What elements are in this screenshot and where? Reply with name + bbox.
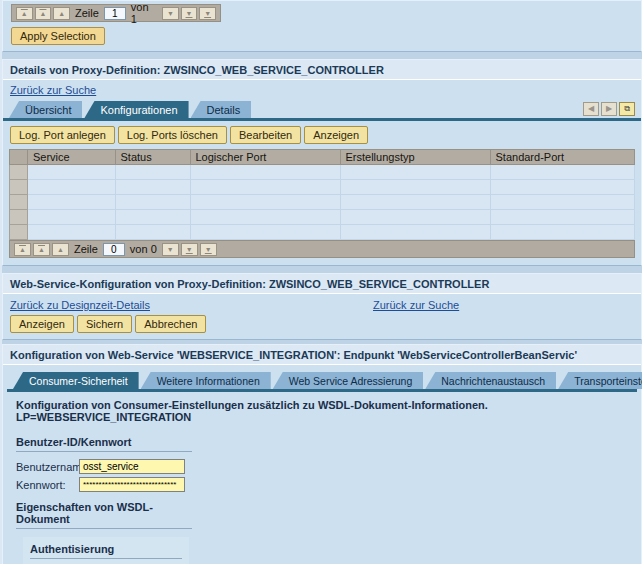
tab-nachrichtenaustausch[interactable]: Nachrichtenaustausch: [425, 372, 556, 389]
user-group-title: Benutzer-ID/Kennwort: [16, 436, 192, 452]
row-selector[interactable]: [10, 165, 28, 180]
tab-uebersicht[interactable]: Übersicht: [9, 101, 82, 118]
back-to-search-link[interactable]: Zurück zur Suche: [10, 84, 96, 96]
row-down-button[interactable]: ▼: [162, 7, 179, 20]
page-up-button[interactable]: ▲: [33, 243, 50, 256]
apply-selection-button[interactable]: Apply Selection: [11, 27, 105, 45]
password-label: Kennwort:: [16, 479, 79, 491]
select-all-header[interactable]: [10, 150, 28, 165]
page-down-button[interactable]: ▼: [181, 243, 198, 256]
row-selector[interactable]: [10, 225, 28, 240]
log-port-anlegen-button[interactable]: Log. Port anlegen: [10, 126, 115, 144]
tab-details[interactable]: Details: [191, 101, 252, 118]
page-up-icon: ▲: [38, 246, 45, 253]
ports-toolbar: Log. Port anlegen Log. Ports löschen Bea…: [3, 121, 641, 149]
anzeigen-button[interactable]: Anzeigen: [304, 126, 368, 144]
table-row: [10, 195, 635, 210]
username-input[interactable]: [79, 459, 185, 474]
first-row-button[interactable]: ▲: [14, 243, 31, 256]
endpoint-title: Konfiguration von Web-Service 'WEBSERVIC…: [3, 345, 641, 365]
auth-title: Authentisierung: [30, 543, 182, 559]
row-down-button[interactable]: ▼: [162, 243, 179, 256]
col-erstellungstyp: Erstellungstyp: [340, 150, 490, 165]
selection-section: ▲ ▲ ▲ Zeile von 1 ▼ ▼ ▼ Apply Selection: [2, 0, 642, 52]
wsdl-group-title: Eigenschaften von WSDL-Dokument: [16, 501, 192, 529]
col-status: Status: [115, 150, 190, 165]
selection-pager: ▲ ▲ ▲ Zeile von 1 ▼ ▼ ▼: [11, 4, 221, 22]
row-number-input[interactable]: [104, 7, 126, 20]
wsdl-properties-panel: Authentisierung Authentisierungsmethode:…: [23, 537, 189, 564]
col-standard-port: Standard-Port: [490, 150, 635, 165]
log-ports-loeschen-button[interactable]: Log. Ports löschen: [118, 126, 227, 144]
tab-transporteinstellungen[interactable]: Transporteinstellungen: [558, 372, 642, 389]
table-row: [10, 225, 635, 240]
pager-total: von 1: [131, 1, 157, 25]
table-row: [10, 210, 635, 225]
row-selector[interactable]: [10, 180, 28, 195]
proxy-details-title: Details von Proxy-Definition: ZWSINCO_WE…: [3, 60, 641, 80]
page-down-icon: ▼: [186, 246, 193, 253]
table-row: [10, 180, 635, 195]
tab-weitere-informationen[interactable]: Weitere Informationen: [141, 372, 271, 389]
tab-konfigurationen[interactable]: Konfigurationen: [84, 101, 188, 118]
tab-web-service-adressierung[interactable]: Web Service Adressierung: [273, 372, 424, 389]
consumer-info-line: Konfiguration von Consumer-Einstellungen…: [7, 392, 637, 427]
row-down-icon: ▼: [167, 246, 174, 253]
row-selector[interactable]: [10, 210, 28, 225]
last-row-button[interactable]: ▼: [199, 7, 216, 20]
tab-overview-button[interactable]: ⧉: [619, 102, 635, 116]
username-row: Benutzername:: [16, 459, 637, 474]
ws-config-links: Zurück zu Designzeit-Details Zurück zur …: [3, 294, 641, 313]
proxy-details-section: Details von Proxy-Definition: ZWSINCO_WE…: [2, 59, 642, 266]
page-down-icon: ▼: [186, 10, 193, 17]
ws-config-buttons: Anzeigen Sichern Abbrechen: [3, 313, 641, 339]
endpoint-section: Konfiguration von Web-Service 'WEBSERVIC…: [2, 344, 642, 564]
row-number-input[interactable]: [103, 243, 125, 256]
logical-ports-table: Service Status Logischer Port Erstellung…: [9, 149, 635, 240]
anzeigen-button[interactable]: Anzeigen: [10, 315, 74, 333]
row-down-icon: ▼: [167, 10, 174, 17]
table-row: [10, 165, 635, 180]
endpoint-tabstrip: Consumer-Sicherheit Weitere Informatione…: [7, 369, 637, 392]
page-down-button[interactable]: ▼: [181, 7, 198, 20]
row-up-button[interactable]: ▲: [52, 243, 69, 256]
pager-label: Zeile: [74, 243, 98, 255]
password-row: Kennwort:: [16, 477, 637, 492]
ws-config-section: Web-Service-Konfiguration von Proxy-Defi…: [2, 273, 642, 340]
col-logischer-port: Logischer Port: [190, 150, 340, 165]
proxy-tabstrip: Übersicht Konfigurationen Details ◀ ▶ ⧉: [3, 98, 641, 121]
back-to-search-link[interactable]: Zurück zur Suche: [373, 299, 459, 311]
tab-scroll-left-button[interactable]: ◀: [583, 102, 599, 116]
username-label: Benutzername:: [16, 461, 79, 473]
last-row-icon: ▼: [204, 10, 211, 17]
bearbeiten-button[interactable]: Bearbeiten: [230, 126, 301, 144]
row-up-icon: ▲: [58, 10, 65, 17]
back-to-designtime-link[interactable]: Zurück zu Designzeit-Details: [10, 299, 150, 311]
last-row-button[interactable]: ▼: [200, 243, 217, 256]
row-up-button[interactable]: ▲: [53, 7, 70, 20]
password-input[interactable]: [79, 477, 185, 492]
first-row-icon: ▲: [19, 246, 26, 253]
pager-label: Zeile: [75, 7, 99, 19]
first-row-button[interactable]: ▲: [16, 7, 33, 20]
row-selector[interactable]: [10, 195, 28, 210]
row-up-icon: ▲: [57, 246, 64, 253]
last-row-icon: ▼: [205, 246, 212, 253]
tab-consumer-sicherheit[interactable]: Consumer-Sicherheit: [13, 372, 139, 389]
proxy-tabstrip-nav: ◀ ▶ ⧉: [583, 102, 635, 116]
table-header-row: Service Status Logischer Port Erstellung…: [10, 150, 635, 165]
first-row-icon: ▲: [21, 10, 28, 17]
tab-scroll-right-button[interactable]: ▶: [601, 102, 617, 116]
ports-table-pager: ▲ ▲ ▲ Zeile von 0 ▼ ▼ ▼: [9, 240, 635, 258]
col-service: Service: [28, 150, 116, 165]
abbrechen-button[interactable]: Abbrechen: [135, 315, 206, 333]
pager-total: von 0: [130, 243, 157, 255]
page-up-icon: ▲: [39, 10, 46, 17]
page-up-button[interactable]: ▲: [35, 7, 52, 20]
ws-config-title: Web-Service-Konfiguration von Proxy-Defi…: [3, 274, 641, 294]
sichern-button[interactable]: Sichern: [77, 315, 132, 333]
